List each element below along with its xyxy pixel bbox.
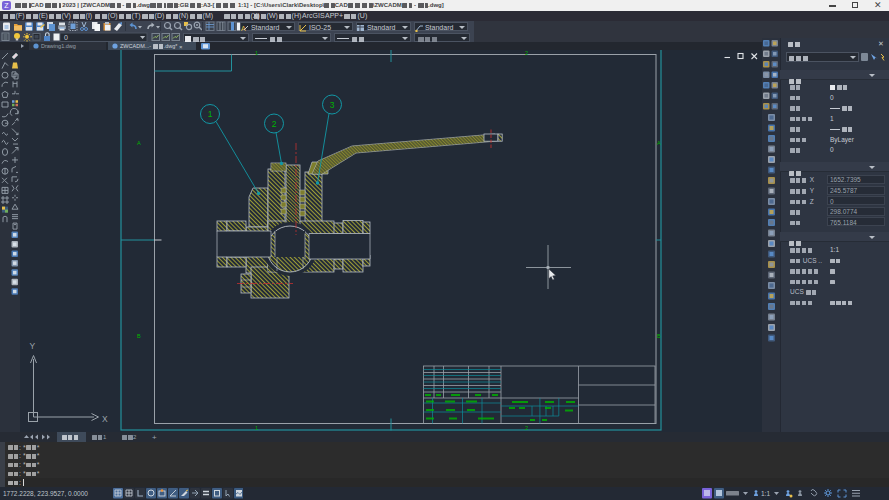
svg-text:X: X: [102, 414, 108, 424]
svg-text:Y: Y: [30, 341, 36, 351]
svg-text:B: B: [657, 333, 661, 339]
svg-text:1:1: 1:1: [761, 490, 770, 497]
svg-text:1: 1: [255, 425, 258, 431]
svg-text:2: 2: [525, 50, 528, 56]
svg-text:A: A: [137, 140, 141, 146]
svg-text:2: 2: [272, 119, 277, 129]
svg-text:A: A: [657, 140, 661, 146]
svg-text:2: 2: [525, 425, 528, 431]
svg-text:1: 1: [255, 50, 258, 56]
svg-text:1: 1: [208, 109, 213, 119]
svg-text:3: 3: [330, 100, 335, 110]
svg-text:0: 0: [64, 34, 68, 41]
svg-text:B: B: [137, 333, 141, 339]
svg-text:×: ×: [179, 44, 183, 50]
